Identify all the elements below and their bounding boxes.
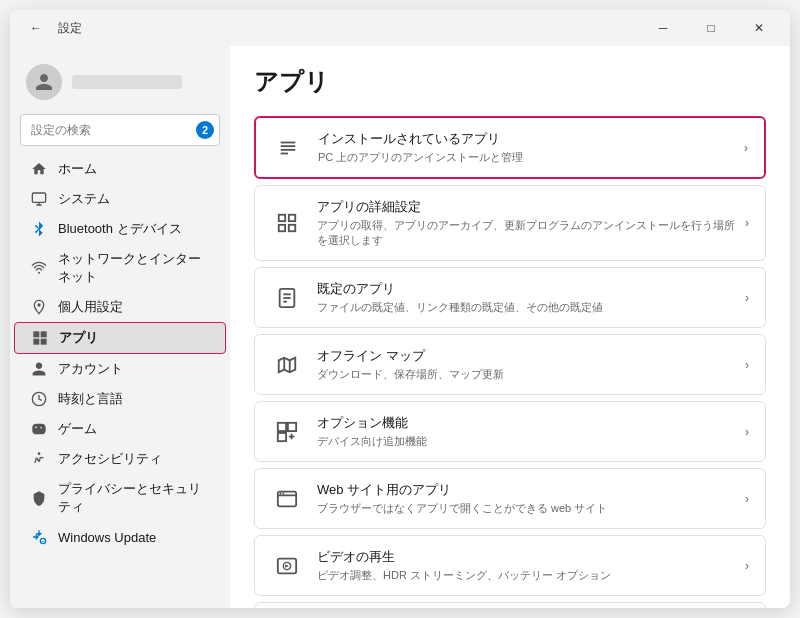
web-apps-title: Web サイト用のアプリ	[317, 481, 607, 499]
sidebar-item-system[interactable]: システム	[14, 184, 226, 214]
svg-rect-16	[279, 215, 285, 221]
video-playback-icon	[271, 550, 303, 582]
settings-item-default-apps[interactable]: 既定のアプリ ファイルの既定値、リンク種類の既定値、その他の既定値 ›	[254, 267, 766, 328]
svg-marker-24	[279, 357, 296, 372]
close-button[interactable]: ✕	[736, 12, 782, 44]
advanced-settings-title: アプリの詳細設定	[317, 198, 745, 216]
optional-features-title: オプション機能	[317, 414, 427, 432]
sidebar: 2 ホーム システム Bluetooth とデバイス	[10, 46, 230, 608]
chevron-icon-1: ›	[745, 216, 749, 230]
settings-item-video-left: ビデオの再生 ビデオ調整、HDR ストリーミング、バッテリー オプション	[271, 548, 611, 583]
chevron-icon-3: ›	[745, 358, 749, 372]
svg-point-35	[282, 492, 284, 494]
settings-item-default-left: 既定のアプリ ファイルの既定値、リンク種類の既定値、その他の既定値	[271, 280, 603, 315]
page-title: アプリ	[254, 66, 766, 98]
svg-rect-0	[32, 193, 45, 202]
search-box: 2	[20, 114, 220, 146]
offline-maps-desc: ダウンロード、保存場所、マップ更新	[317, 367, 504, 382]
shield-icon	[30, 489, 48, 507]
titlebar: ← 設定 ─ □ ✕	[10, 10, 790, 46]
profile-section	[10, 54, 230, 114]
svg-rect-27	[278, 422, 286, 430]
chevron-icon-5: ›	[745, 492, 749, 506]
web-apps-desc: ブラウザーではなくアプリで開くことができる web サイト	[317, 501, 607, 516]
svg-rect-29	[278, 432, 286, 440]
svg-rect-28	[288, 422, 296, 430]
web-apps-icon	[271, 483, 303, 515]
settings-item-offline-left: オフライン マップ ダウンロード、保存場所、マップ更新	[271, 347, 504, 382]
svg-rect-19	[289, 225, 295, 231]
optional-features-desc: デバイス向け追加機能	[317, 434, 427, 449]
video-playback-title: ビデオの再生	[317, 548, 611, 566]
advanced-settings-desc: アプリの取得、アプリのアーカイブ、更新プログラムのアンインストールを行う場所を選…	[317, 218, 745, 248]
content-area: アプリ インストールされているアプリ PC 上のアプリのアンインストールと管理 …	[230, 46, 790, 608]
chevron-icon-4: ›	[745, 425, 749, 439]
installed-apps-icon	[272, 132, 304, 164]
svg-rect-18	[279, 225, 285, 231]
window-controls: ─ □ ✕	[640, 12, 782, 44]
installed-apps-title: インストールされているアプリ	[318, 130, 523, 148]
home-icon	[30, 160, 48, 178]
advanced-settings-text: アプリの詳細設定 アプリの取得、アプリのアーカイブ、更新プログラムのアンインスト…	[317, 198, 745, 248]
default-apps-title: 既定のアプリ	[317, 280, 603, 298]
minimize-button[interactable]: ─	[640, 12, 686, 44]
settings-item-web-apps[interactable]: Web サイト用のアプリ ブラウザーではなくアプリで開くことができる web サ…	[254, 468, 766, 529]
chevron-icon-2: ›	[745, 291, 749, 305]
settings-item-advanced[interactable]: アプリの詳細設定 アプリの取得、アプリのアーカイブ、更新プログラムのアンインスト…	[254, 185, 766, 261]
window-title: 設定	[58, 20, 82, 37]
bluetooth-icon	[30, 220, 48, 238]
network-icon	[30, 259, 48, 277]
svg-point-10	[38, 452, 41, 455]
windows-update-icon	[30, 528, 48, 546]
settings-item-optional-left: オプション機能 デバイス向け追加機能	[271, 414, 427, 449]
clock-icon	[30, 390, 48, 408]
settings-item-startup[interactable]: スタートアップ サインイン時に自動的に開始されるアプリ ›	[254, 602, 766, 608]
sidebar-item-privacy[interactable]: プライバシーとセキュリティ	[14, 474, 226, 522]
settings-item-installed-apps[interactable]: インストールされているアプリ PC 上のアプリのアンインストールと管理 ›	[254, 116, 766, 179]
settings-item-offline-maps[interactable]: オフライン マップ ダウンロード、保存場所、マップ更新 ›	[254, 334, 766, 395]
accessibility-icon	[30, 450, 48, 468]
installed-apps-text: インストールされているアプリ PC 上のアプリのアンインストールと管理	[318, 130, 523, 165]
web-apps-text: Web サイト用のアプリ ブラウザーではなくアプリで開くことができる web サ…	[317, 481, 607, 516]
search-input[interactable]	[20, 114, 220, 146]
installed-apps-desc: PC 上のアプリのアンインストールと管理	[318, 150, 523, 165]
sidebar-item-network[interactable]: ネットワークとインターネット	[14, 244, 226, 292]
svg-rect-8	[41, 339, 47, 345]
settings-item-installed-apps-left: インストールされているアプリ PC 上のアプリのアンインストールと管理	[272, 130, 523, 165]
maximize-button[interactable]: □	[688, 12, 734, 44]
advanced-settings-icon	[271, 207, 303, 239]
sidebar-item-personalization[interactable]: 個人用設定	[14, 292, 226, 322]
apps-icon	[31, 329, 49, 347]
svg-rect-6	[41, 331, 47, 337]
chevron-icon-6: ›	[745, 559, 749, 573]
video-playback-text: ビデオの再生 ビデオ調整、HDR ストリーミング、バッテリー オプション	[317, 548, 611, 583]
optional-features-text: オプション機能 デバイス向け追加機能	[317, 414, 427, 449]
svg-point-3	[38, 272, 40, 274]
system-icon	[30, 190, 48, 208]
back-button[interactable]: ←	[22, 14, 50, 42]
main-content: 2 ホーム システム Bluetooth とデバイス	[10, 46, 790, 608]
default-apps-desc: ファイルの既定値、リンク種類の既定値、その他の既定値	[317, 300, 603, 315]
default-apps-icon	[271, 282, 303, 314]
offline-maps-text: オフライン マップ ダウンロード、保存場所、マップ更新	[317, 347, 504, 382]
titlebar-left: ← 設定	[22, 14, 82, 42]
settings-list: インストールされているアプリ PC 上のアプリのアンインストールと管理 › アプ…	[254, 116, 766, 608]
window: ← 設定 ─ □ ✕ 2	[10, 10, 790, 608]
sidebar-item-home[interactable]: ホーム	[14, 154, 226, 184]
settings-item-video[interactable]: ビデオの再生 ビデオ調整、HDR ストリーミング、バッテリー オプション ›	[254, 535, 766, 596]
sidebar-item-datetime[interactable]: 時刻と言語	[14, 384, 226, 414]
sidebar-item-gaming[interactable]: ゲーム	[14, 414, 226, 444]
sidebar-item-windows-update[interactable]: Windows Update	[14, 522, 226, 552]
sidebar-item-apps[interactable]: アプリ	[14, 322, 226, 354]
gaming-icon	[30, 420, 48, 438]
settings-item-optional[interactable]: オプション機能 デバイス向け追加機能 ›	[254, 401, 766, 462]
sidebar-item-bluetooth[interactable]: Bluetooth とデバイス	[14, 214, 226, 244]
offline-maps-icon	[271, 349, 303, 381]
accounts-icon	[30, 360, 48, 378]
svg-rect-5	[33, 331, 39, 337]
svg-rect-7	[33, 339, 39, 345]
optional-features-icon	[271, 416, 303, 448]
sidebar-item-accounts[interactable]: アカウント	[14, 354, 226, 384]
sidebar-item-accessibility[interactable]: アクセシビリティ	[14, 444, 226, 474]
avatar	[26, 64, 62, 100]
